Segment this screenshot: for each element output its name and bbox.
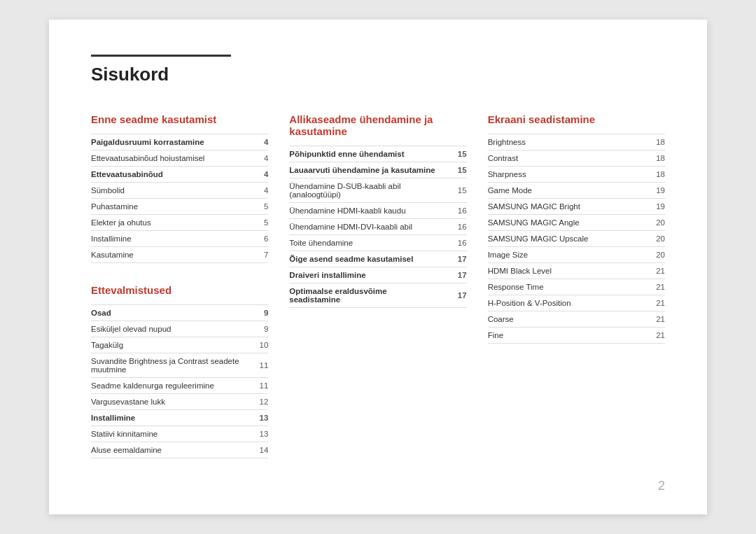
row-number: 6 bbox=[241, 231, 268, 247]
row-number: 9 bbox=[241, 321, 268, 337]
row-label: Kasutamine bbox=[91, 247, 241, 263]
table-row: Statiivi kinnitamine13 bbox=[91, 426, 268, 442]
row-number: 20 bbox=[638, 215, 665, 231]
table-row: Optimaalse eraldusvõime seadistamine17 bbox=[289, 283, 466, 308]
table-row: Ettevaatusabinõud4 bbox=[91, 167, 268, 183]
row-number: 15 bbox=[440, 146, 467, 162]
table-row: Coarse21 bbox=[488, 311, 665, 328]
row-number: 21 bbox=[638, 311, 665, 328]
row-label: Elekter ja ohutus bbox=[91, 215, 241, 231]
section-title: Enne seadme kasutamist bbox=[91, 113, 268, 125]
row-number: 13 bbox=[241, 410, 268, 426]
table-row: Image Size20 bbox=[488, 247, 665, 263]
page-title: Sisukord bbox=[91, 64, 231, 85]
table-row: Suvandite Brightness ja Contrast seadete… bbox=[91, 353, 268, 378]
table-row: SAMSUNG MAGIC Angle20 bbox=[488, 215, 665, 231]
row-label: H-Position & V-Position bbox=[488, 295, 638, 311]
table-row: Elekter ja ohutus5 bbox=[91, 215, 268, 231]
table-row: Brightness18 bbox=[488, 134, 665, 150]
table-row: H-Position & V-Position21 bbox=[488, 295, 665, 311]
row-number: 5 bbox=[241, 199, 268, 215]
row-label: Sharpness bbox=[488, 167, 638, 183]
toc-table: Põhipunktid enne ühendamist15Lauaarvuti … bbox=[289, 146, 466, 308]
row-number: 19 bbox=[638, 183, 665, 199]
table-row: Vargusevastane lukk12 bbox=[91, 394, 268, 410]
row-number: 13 bbox=[241, 426, 268, 442]
row-label: Õige asend seadme kasutamisel bbox=[289, 251, 440, 267]
row-number: 5 bbox=[241, 215, 268, 231]
table-row: Sümbolid4 bbox=[91, 183, 268, 199]
toc-col-col2: Allikaseadme ühendamine ja kasutaminePõh… bbox=[289, 113, 487, 479]
row-number: 15 bbox=[440, 162, 467, 178]
toc-table: Brightness18Contrast18Sharpness18Game Mo… bbox=[488, 134, 665, 344]
table-row: Toite ühendamine16 bbox=[289, 235, 466, 251]
row-number: 15 bbox=[440, 178, 467, 203]
row-number: 4 bbox=[241, 150, 268, 167]
row-label: HDMI Black Level bbox=[488, 263, 638, 279]
table-row: Aluse eemaldamine14 bbox=[91, 442, 268, 458]
row-number: 16 bbox=[440, 235, 467, 251]
row-number: 16 bbox=[440, 219, 467, 235]
row-number: 19 bbox=[638, 199, 665, 215]
row-number: 21 bbox=[638, 279, 665, 295]
table-row: Game Mode19 bbox=[488, 183, 665, 199]
row-label: Sümbolid bbox=[91, 183, 241, 199]
table-row: Fine21 bbox=[488, 328, 665, 344]
row-label: Statiivi kinnitamine bbox=[91, 426, 241, 442]
toc-table: Osad9Esiküljel olevad nupud9Tagakülg10Su… bbox=[91, 304, 268, 458]
row-label: Brightness bbox=[488, 134, 638, 150]
page: Sisukord Enne seadme kasutamistPaigaldus… bbox=[49, 20, 707, 514]
section-title: Ettevalmistused bbox=[91, 284, 268, 296]
row-number: 17 bbox=[440, 267, 467, 283]
section-title: Allikaseadme ühendamine ja kasutamine bbox=[289, 113, 466, 137]
row-label: Coarse bbox=[488, 311, 638, 328]
toc-col-col3: Ekraani seadistamineBrightness18Contrast… bbox=[488, 113, 665, 479]
row-number: 17 bbox=[440, 283, 467, 308]
row-label: Toite ühendamine bbox=[289, 235, 440, 251]
row-label: Osad bbox=[91, 305, 241, 321]
row-label: Draiveri installimine bbox=[289, 267, 440, 283]
row-label: Aluse eemaldamine bbox=[91, 442, 241, 458]
row-number: 4 bbox=[241, 134, 268, 150]
row-number: 20 bbox=[638, 231, 665, 247]
row-label: Optimaalse eraldusvõime seadistamine bbox=[289, 283, 440, 308]
table-row: Puhastamine5 bbox=[91, 199, 268, 215]
table-row: Osad9 bbox=[91, 305, 268, 321]
row-number: 21 bbox=[638, 295, 665, 311]
row-label: Image Size bbox=[488, 247, 638, 263]
row-number: 16 bbox=[440, 203, 467, 219]
row-label: Lauaarvuti ühendamine ja kasutamine bbox=[289, 162, 440, 178]
table-row: Installimine6 bbox=[91, 231, 268, 247]
table-row: Response Time21 bbox=[488, 279, 665, 295]
row-number: 20 bbox=[638, 247, 665, 263]
row-number: 9 bbox=[241, 305, 268, 321]
row-number: 21 bbox=[638, 263, 665, 279]
row-number: 4 bbox=[241, 183, 268, 199]
row-label: Ühendamine HDMI-DVI-kaabli abil bbox=[289, 219, 440, 235]
row-label: Põhipunktid enne ühendamist bbox=[289, 146, 440, 162]
row-label: Game Mode bbox=[488, 183, 638, 199]
row-label: Ettevaatusabinõud hoiustamisel bbox=[91, 150, 241, 167]
table-row: Kasutamine7 bbox=[91, 247, 268, 263]
row-label: Suvandite Brightness ja Contrast seadete… bbox=[91, 353, 241, 378]
row-label: Fine bbox=[488, 328, 638, 344]
table-row: Contrast18 bbox=[488, 150, 665, 167]
row-number: 10 bbox=[241, 337, 268, 353]
row-label: Esiküljel olevad nupud bbox=[91, 321, 241, 337]
row-number: 18 bbox=[638, 167, 665, 183]
row-label: Response Time bbox=[488, 279, 638, 295]
row-label: Tagakülg bbox=[91, 337, 241, 353]
row-label: Ühendamine HDMI-kaabli kaudu bbox=[289, 203, 440, 219]
table-row: Paigaldusruumi korrastamine4 bbox=[91, 134, 268, 150]
row-label: Seadme kaldenurga reguleerimine bbox=[91, 378, 241, 394]
row-label: SAMSUNG MAGIC Bright bbox=[488, 199, 638, 215]
page-number: 2 bbox=[658, 479, 665, 493]
toc-table: Paigaldusruumi korrastamine4Ettevaatusab… bbox=[91, 134, 268, 263]
row-label: Paigaldusruumi korrastamine bbox=[91, 134, 241, 150]
row-number: 14 bbox=[241, 442, 268, 458]
table-row: Ettevaatusabinõud hoiustamisel4 bbox=[91, 150, 268, 167]
table-row: SAMSUNG MAGIC Upscale20 bbox=[488, 231, 665, 247]
row-label: Installimine bbox=[91, 231, 241, 247]
row-label: Ühendamine D-SUB-kaabli abil (analoogtüü… bbox=[289, 178, 440, 203]
table-row: Õige asend seadme kasutamisel17 bbox=[289, 251, 466, 267]
